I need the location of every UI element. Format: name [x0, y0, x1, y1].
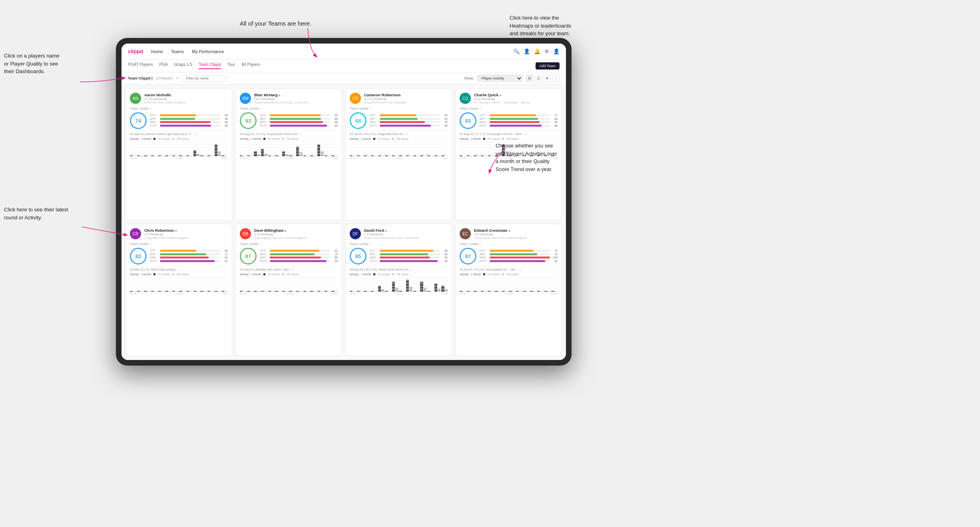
sort-icon[interactable]: ↕ [552, 75, 560, 82]
quality-circle[interactable]: 82 [130, 248, 147, 264]
tab-team-clippd[interactable]: Team Clippd [199, 62, 221, 69]
player-card[interactable]: CR Cameron Robertson 11-15 Handicap Roya… [345, 88, 452, 221]
list-view-icon[interactable]: ☰ [535, 75, 542, 82]
y-line [130, 283, 228, 283]
x-label: 4 Sep [221, 292, 228, 295]
tab-pgat-players[interactable]: PGAT Players [128, 62, 153, 69]
bell-icon[interactable]: 🔔 [534, 48, 540, 54]
stat-bar-bg-arg [490, 257, 550, 259]
tab-pga[interactable]: PGA [159, 62, 167, 69]
oncourse-bar [268, 155, 271, 156]
player-name[interactable]: Edward Crossman ● [474, 228, 558, 233]
bar-group [399, 291, 405, 292]
offcourse-bar [293, 156, 295, 156]
tab-hcaps[interactable]: Hcaps 1-5 [174, 62, 193, 69]
latest-round[interactable]: 18 Jul 23 | 74 (+4), Sunningdale GC - Ol… [460, 266, 558, 271]
add-team-button[interactable]: Add Team [536, 62, 560, 70]
settings-icon[interactable]: ⚙ [544, 48, 549, 54]
stat-label-app: APP [260, 253, 269, 256]
bar-group [331, 155, 338, 156]
bar-group [495, 291, 501, 292]
stat-label-arg: ARG [150, 256, 159, 259]
oncourse-bar [207, 291, 210, 292]
x-label: 21 Aug [175, 292, 183, 295]
x-label: 4 Sep [441, 292, 448, 295]
offcourse-bar [402, 291, 405, 292]
latest-round[interactable]: 26 Aug 23 | 84 (+12), Royal North Devon … [350, 266, 448, 271]
x-label: 4 Sep [551, 292, 558, 295]
search-icon[interactable]: 🔍 [513, 48, 520, 54]
stat-bar-bg-arg [380, 121, 440, 123]
player-name[interactable]: David Ford ● [364, 228, 448, 233]
activity-section: Activity · 1 Month On course Off course [240, 137, 338, 159]
show-select[interactable]: Player Activity Quality Score Trend [477, 75, 523, 82]
offcourse-bar [534, 291, 536, 292]
nav-home[interactable]: Home [151, 49, 163, 54]
latest-round[interactable]: 02 Jul 23 | 59 (+17), Craigmillar Park G… [350, 131, 448, 136]
chart-area: 31 Jul21 Aug4 Sep [460, 277, 558, 295]
player-card[interactable]: EC Edward Crossman ● 1-5 Handicap Sunnin… [455, 224, 562, 356]
user-icon[interactable]: 👤 [524, 48, 530, 54]
activity-section: Activity · 1 Month On course Off course [460, 273, 558, 295]
bar-group [544, 291, 551, 292]
latest-round[interactable]: 07 Aug 23 | 77 (+7), St George's Hill GC… [460, 131, 558, 136]
stat-ott: OTT 89 [370, 249, 448, 252]
oncourse-bar [137, 291, 140, 292]
player-card[interactable]: CR Chris Robertson ● 1-5 Handicap Craigm… [125, 224, 232, 356]
player-card[interactable]: BM Blair McHarg ● Plus Handicap Royal No… [235, 88, 342, 221]
player-name[interactable]: Aaron Nicholls [144, 93, 228, 97]
quality-circle[interactable]: 85 [350, 248, 367, 264]
round-arrow: → [518, 268, 521, 271]
player-name[interactable]: Chris Robertson ● [144, 228, 228, 233]
tablet-frame: clippd Home Teams My Performance 🔍 👤 🔔 ⚙… [116, 38, 572, 366]
latest-round[interactable]: 03 Mar 23 | 19, Must make putting → [130, 266, 228, 271]
player-card[interactable]: DB Dave Billingham ● 1-5 Handicap Sag Ma… [235, 224, 342, 356]
avatar-icon[interactable]: 👤 [553, 48, 560, 54]
stat-label-arg: ARG [150, 121, 159, 123]
stat-value-arg: 83 [551, 121, 558, 123]
oncourse-label: On course [488, 273, 500, 276]
chart-area: 31 Jul21 Aug4 Sep [350, 277, 448, 295]
latest-round[interactable]: 04 Sep 23 | Mobility with coach, Gym → [240, 266, 338, 271]
stats-grid: OTT 73 APP 79 ARG 103 PUTT 92 [480, 249, 558, 263]
quality-circle[interactable]: 87 [240, 248, 257, 264]
view-icons: ⊞ ☰ ▼ ↕ [526, 75, 560, 82]
offcourse-bar [470, 291, 473, 292]
player-name[interactable]: Dave Billingham ● [254, 228, 338, 233]
stat-value-arg: 85 [331, 256, 338, 259]
grid-view-icon[interactable]: ⊞ [526, 75, 533, 82]
quality-circle[interactable]: 68 [350, 112, 367, 129]
offcourse-bar [271, 291, 274, 292]
filter-icon[interactable]: ▼ [544, 75, 551, 82]
offcourse-bar [140, 291, 143, 292]
oncourse-bar [254, 291, 257, 292]
quality-circle[interactable]: 93 [240, 112, 257, 129]
tab-all-players[interactable]: All Players [241, 62, 260, 69]
quality-circle[interactable]: 74 [130, 112, 147, 129]
quality-circle[interactable]: 87 [460, 248, 476, 264]
oncourse-bar [172, 291, 175, 292]
nav-teams[interactable]: Teams [171, 49, 184, 54]
y-line [350, 141, 448, 142]
search-input[interactable] [182, 75, 226, 82]
quality-circle[interactable]: 83 [460, 112, 476, 129]
oncourse-bar [427, 291, 430, 292]
stat-bar-arg [270, 257, 321, 259]
latest-round[interactable]: 02 Sep 23 | Sunset round to get back int… [130, 131, 228, 136]
offcourse-bar [293, 291, 295, 292]
tab-tour[interactable]: Tour [227, 62, 235, 69]
quality-label: Player Quality ⓘ [130, 107, 228, 111]
latest-round[interactable]: 26 Aug 23 | 73 (+1), Royal North Devon G… [240, 131, 338, 136]
stat-bar-putt [270, 125, 327, 127]
nav-my-performance[interactable]: My Performance [192, 49, 224, 54]
player-card[interactable]: AN Aaron Nicholls 11-15 Handicap Drift G… [125, 88, 232, 221]
player-card[interactable]: DF David Ford ● 1-5 Handicap Royal North… [345, 224, 452, 356]
bar-group [158, 155, 165, 156]
player-name[interactable]: Cameron Robertson [364, 93, 448, 97]
player-name[interactable]: Charlie Quick ● [474, 93, 558, 97]
logo[interactable]: clippd [128, 48, 143, 54]
player-name[interactable]: Blair McHarg ● [254, 93, 338, 97]
oncourse-bar [240, 155, 243, 156]
y-line [240, 151, 338, 151]
edit-icon[interactable]: ✏ [176, 76, 179, 80]
